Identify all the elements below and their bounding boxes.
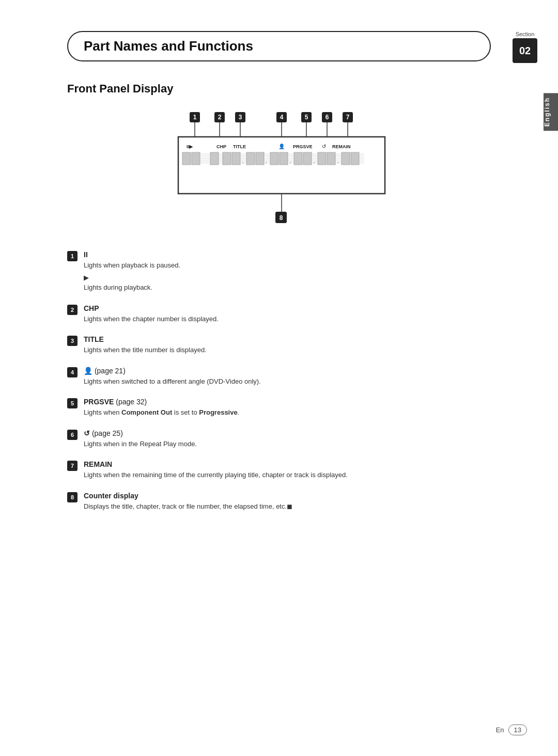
- svg-text:·: ·: [290, 160, 291, 166]
- list-item: 6 ↺ (page 25) Lights when in the Repeat …: [67, 429, 517, 449]
- svg-text:II▶: II▶: [187, 144, 193, 149]
- page-header: Part Names and Functions: [67, 31, 491, 61]
- items-list: 1 II Lights when playback is paused. ▶ L…: [67, 250, 517, 511]
- page-number: 13: [508, 724, 527, 735]
- svg-text:2: 2: [218, 114, 222, 121]
- item-content-8: Counter display Displays the title, chap…: [84, 492, 517, 512]
- svg-text:7: 7: [346, 114, 350, 121]
- item-content-5: PRGSVE (page 32) Lights when Component O…: [84, 398, 517, 418]
- list-item: 5 PRGSVE (page 32) Lights when Component…: [67, 398, 517, 418]
- item-content-6: ↺ (page 25) Lights when in the Repeat Pl…: [84, 429, 517, 449]
- page-footer: En 13: [496, 724, 527, 735]
- svg-text:·: ·: [337, 160, 339, 166]
- svg-text:·: ·: [242, 160, 244, 166]
- item-content-4: 👤 (page 21) Lights when switched to a di…: [84, 367, 517, 387]
- item-title-2: CHP: [84, 304, 517, 312]
- item-symbol-1: ▶: [84, 273, 517, 283]
- item-desc-6: Lights when in the Repeat Play mode.: [84, 439, 517, 449]
- item-desc-1a: Lights when playback is paused.: [84, 260, 517, 271]
- section-number: 02: [513, 38, 537, 63]
- sub-heading: Front Panel Display: [67, 82, 517, 96]
- item-content-1: II Lights when playback is paused. ▶ Lig…: [84, 250, 517, 293]
- svg-text:8: 8: [280, 214, 283, 222]
- svg-text:5: 5: [305, 114, 308, 121]
- item-title-8: Counter display: [84, 492, 517, 500]
- list-item: 7 REMAIN Lights when the remaining time …: [67, 460, 517, 480]
- item-badge-6: 6: [67, 430, 78, 440]
- page-title: Part Names and Functions: [84, 38, 253, 54]
- item-badge-4: 4: [67, 367, 78, 377]
- item-badge-5: 5: [67, 398, 78, 408]
- english-side-label: English: [544, 93, 558, 131]
- item-desc-4: Lights when switched to a different angl…: [84, 376, 517, 387]
- item-desc-5: Lights when Component Out is set to Prog…: [84, 407, 517, 418]
- item-desc-2: Lights when the chapter number is displa…: [84, 314, 517, 324]
- front-panel-diagram: 1 2 3 4 5 6 7 II▶ CHP TITLE 👤 PR: [163, 111, 421, 235]
- item-desc-3: Lights when the title number is displaye…: [84, 345, 517, 355]
- item-title-6: ↺ (page 25): [84, 429, 517, 437]
- item-title-7: REMAIN: [84, 460, 517, 468]
- item-title-3: TITLE: [84, 335, 517, 343]
- item-title-4: 👤 (page 21): [84, 367, 517, 375]
- item-content-2: CHP Lights when the chapter number is di…: [84, 304, 517, 324]
- section-badge: Section 02: [513, 31, 537, 63]
- svg-text:PRGSVE: PRGSVE: [293, 144, 313, 149]
- item-desc-7: Lights when the remaining time of the cu…: [84, 470, 517, 480]
- svg-text:·: ·: [266, 160, 267, 166]
- svg-text:·: ·: [314, 160, 315, 166]
- svg-text:3: 3: [239, 114, 242, 121]
- item-badge-2: 2: [67, 305, 78, 315]
- list-item: 8 Counter display Displays the title, ch…: [67, 492, 517, 512]
- list-item: 1 II Lights when playback is paused. ▶ L…: [67, 250, 517, 293]
- svg-text:1: 1: [193, 114, 197, 121]
- svg-text:4: 4: [280, 114, 284, 121]
- item-desc-1b: Lights during playback.: [84, 282, 517, 293]
- item-title-1: II: [84, 250, 517, 259]
- diagram-area: 1 2 3 4 5 6 7 II▶ CHP TITLE 👤 PR: [67, 111, 517, 235]
- item-content-7: REMAIN Lights when the remaining time of…: [84, 460, 517, 480]
- item-badge-7: 7: [67, 461, 78, 471]
- item-badge-8: 8: [67, 492, 78, 502]
- svg-text:REMAIN: REMAIN: [332, 144, 351, 149]
- svg-text:↺: ↺: [322, 144, 326, 149]
- svg-text:6: 6: [326, 114, 329, 121]
- svg-text:TITLE: TITLE: [233, 144, 246, 149]
- svg-text:👤: 👤: [278, 143, 285, 150]
- section-label: Section: [516, 31, 535, 37]
- item-content-3: TITLE Lights when the title number is di…: [84, 335, 517, 355]
- item-badge-1: 1: [67, 251, 78, 261]
- svg-text:CHP: CHP: [216, 144, 226, 149]
- list-item: 4 👤 (page 21) Lights when switched to a …: [67, 367, 517, 387]
- item-badge-3: 3: [67, 336, 78, 346]
- en-label: En: [496, 726, 504, 734]
- item-title-5: PRGSVE (page 32): [84, 398, 517, 406]
- list-item: 3 TITLE Lights when the title number is …: [67, 335, 517, 355]
- list-item: 2 CHP Lights when the chapter number is …: [67, 304, 517, 324]
- item-desc-8: Displays the title, chapter, track or fi…: [84, 501, 517, 512]
